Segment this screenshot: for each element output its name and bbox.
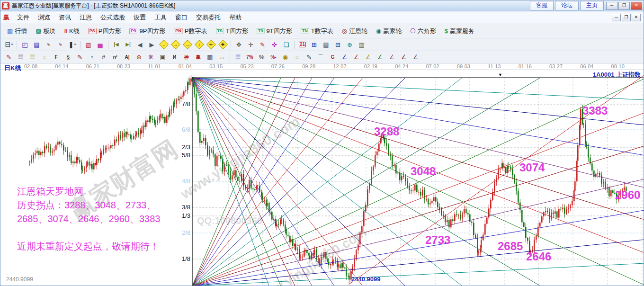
menu-公式选股[interactable]: 公式选股	[96, 12, 129, 23]
9t-square-button[interactable]: T99T四方形	[253, 26, 296, 37]
paper-tool-button[interactable]: ❏	[280, 40, 292, 50]
square-star-button[interactable]: ▣	[157, 52, 169, 62]
menu-工具[interactable]: 工具	[150, 12, 171, 23]
winner-wheel-button[interactable]: ◉赢家轮	[372, 26, 405, 37]
gann-box-tool-button[interactable]: ▧	[82, 40, 94, 50]
gann-angle-1-button[interactable]: ∠	[339, 52, 350, 62]
golden-section-button[interactable]: ≡	[291, 52, 303, 62]
grid-lines-button[interactable]: #	[98, 52, 109, 62]
calendar-button[interactable]: 21	[296, 40, 308, 50]
spiral-line-button[interactable]: §	[62, 52, 74, 62]
p-table-button[interactable]: PNP数字表	[170, 26, 211, 37]
window-zoom-button[interactable]: ◰	[19, 40, 31, 50]
notes-button[interactable]: ▤	[320, 40, 332, 50]
p-square-icon: PS	[88, 28, 97, 34]
quotes-button[interactable]: ▦行情	[3, 26, 31, 37]
percent-red-button[interactable]: 7%	[244, 52, 256, 62]
9p-square-button[interactable]: P99P四方形	[125, 26, 169, 37]
arc-grid-button[interactable]: ⌒	[315, 52, 327, 62]
width-adjust-button[interactable]: ↔	[216, 52, 228, 62]
save-button[interactable]: ⊟	[332, 40, 344, 50]
compress-h-button[interactable]: ↕	[193, 40, 205, 50]
mdi-minimize-button[interactable]: ─	[612, 14, 621, 21]
menu-资讯[interactable]: 资讯	[54, 12, 75, 23]
menu-浏览[interactable]: 浏览	[34, 12, 54, 23]
t-square-button[interactable]: TST四方形	[212, 26, 252, 37]
golden-hline2-button[interactable]: ≡	[38, 52, 50, 62]
last-page-button[interactable]: ▶|	[122, 40, 134, 50]
menu-交易委托[interactable]: 交易委托	[192, 12, 225, 23]
golden-ratio-button[interactable]: G	[327, 52, 339, 62]
network-button[interactable]: ⊕	[344, 40, 356, 50]
menu-窗口[interactable]: 窗口	[171, 12, 192, 23]
wave-mark-button[interactable]: И	[169, 52, 180, 62]
menu-设置[interactable]: 设置	[129, 12, 150, 23]
time-star-button[interactable]: ❋	[145, 52, 157, 62]
reset-zoom-button[interactable]: ✚	[217, 40, 229, 50]
gann-angle-7-button[interactable]: ∠	[410, 52, 421, 62]
print-button[interactable]: ▥	[356, 40, 367, 50]
winner-service-button[interactable]: $赢家服务	[441, 26, 478, 37]
stats-panel-button[interactable]: ☰	[232, 52, 244, 62]
sectors-button[interactable]: ▩板块	[32, 26, 59, 37]
chart-area[interactable]: 02-0804-1406-2108-2311-0101-0403-1505-23…	[0, 63, 644, 286]
calculator-button[interactable]: ⊞	[308, 40, 320, 50]
t-table-button[interactable]: TNT数字表	[297, 26, 337, 37]
toolbar-label: T数字表	[311, 27, 333, 36]
ma3-chart-button[interactable]: ∿	[43, 40, 54, 50]
menu-帮助[interactable]: 帮助	[225, 12, 246, 23]
kline-button[interactable]: ‖K线	[61, 26, 83, 37]
draw-arrow-button[interactable]: ✎	[3, 52, 15, 62]
mirror-line-button[interactable]: A|	[121, 52, 133, 62]
percent-button[interactable]: %	[256, 52, 268, 62]
measure-tool-button[interactable]: ✜	[268, 40, 280, 50]
shift-left-button[interactable]: ←	[158, 40, 170, 50]
quicklink-主页[interactable]: 主页	[580, 1, 604, 10]
candle-style-picker[interactable]: ❚▾	[66, 40, 78, 50]
cycle-circle-button[interactable]: ◔	[86, 52, 98, 62]
gann-circle-button[interactable]: ⊕	[133, 52, 145, 62]
gann-angle-6-button[interactable]: ∠	[398, 52, 410, 62]
ma9-chart-button[interactable]: ∿	[54, 40, 66, 50]
restore-button[interactable]: ❐	[618, 2, 630, 10]
next-button[interactable]: ▶	[146, 40, 158, 50]
price-grid-button[interactable]: ▦	[204, 52, 216, 62]
quicklink-客服[interactable]: 客服	[530, 1, 554, 10]
minimize-button[interactable]: ─	[606, 2, 617, 10]
golden-hline-button[interactable]: ☰	[27, 52, 38, 62]
volume-bars-button[interactable]: ▅	[94, 40, 106, 50]
menu-文件[interactable]: 文件	[13, 12, 34, 23]
mdi-close-button[interactable]: ✕	[632, 14, 641, 21]
gann-angle-5-button[interactable]: ∠	[386, 52, 398, 62]
magic-tool-button[interactable]: 神	[180, 52, 192, 62]
gann-angle-6-icon: ∠	[401, 54, 407, 60]
first-page-button[interactable]: |◀	[110, 40, 122, 50]
p-square-button[interactable]: PSP四方形	[84, 26, 125, 37]
hexagon-button[interactable]: ⎔六角形	[406, 26, 439, 37]
n-square-button[interactable]: n²	[109, 52, 121, 62]
expand-all-button[interactable]: ✛	[205, 40, 217, 50]
quicklink-论坛[interactable]: 论坛	[555, 1, 579, 10]
menu-江恩[interactable]: 江恩	[75, 12, 96, 23]
crosshair-button[interactable]: ✛	[245, 40, 257, 50]
gann-angle-2-button[interactable]: ∠	[350, 52, 362, 62]
percent-line-button[interactable]: %-	[268, 52, 279, 62]
mdi-restore-button[interactable]: ❐	[622, 14, 631, 21]
winner-tool-button[interactable]: 赢	[192, 52, 204, 62]
gann-angle-3-button[interactable]: ∠	[362, 52, 374, 62]
kline-period-picker[interactable]: 日▾	[3, 40, 15, 50]
fib-line-button[interactable]: F	[50, 52, 62, 62]
angle-pen-button[interactable]: ✎	[303, 52, 315, 62]
gann-angle-4-button[interactable]: ∠	[374, 52, 386, 62]
prev-button[interactable]: ◀	[134, 40, 146, 50]
hline-group-button[interactable]: ☰	[15, 52, 27, 62]
info-view-button[interactable]: ▤	[31, 40, 43, 50]
pan-hand-button[interactable]: ✥	[233, 40, 245, 50]
gann-wheel-button[interactable]: ◎江恩轮	[338, 26, 371, 37]
brush-button[interactable]: ✎	[74, 52, 86, 62]
draw-pen-button[interactable]: ✎	[257, 40, 268, 50]
expand-h-button[interactable]: ↔	[181, 40, 193, 50]
close-button[interactable]: ✕	[631, 2, 642, 10]
golden-circle-button[interactable]: ◉	[279, 52, 291, 62]
shift-right-button[interactable]: →	[170, 40, 181, 50]
